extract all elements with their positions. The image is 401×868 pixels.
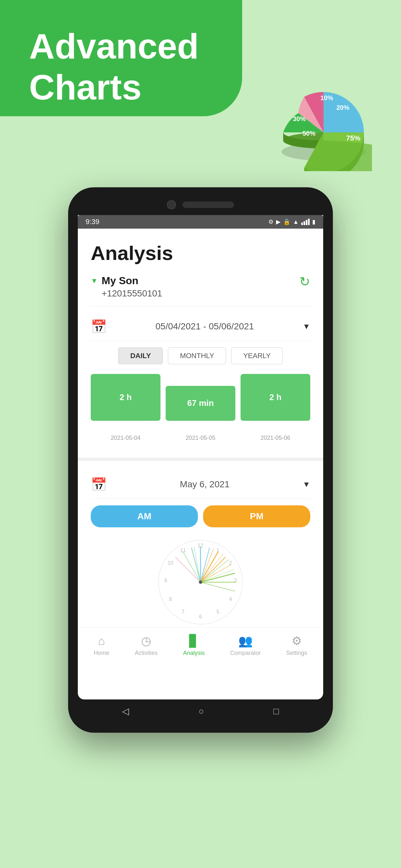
tab-monthly[interactable]: MONTHLY xyxy=(168,347,226,364)
nav-activities[interactable]: ◷ Activities xyxy=(135,634,158,656)
date-range-row[interactable]: 📅 05/04/2021 - 05/06/2021 ▼ xyxy=(91,313,310,341)
bar-wrapper-2: 2 h xyxy=(241,374,310,432)
nav-comparator-label: Comparator xyxy=(230,650,261,656)
svg-text:5: 5 xyxy=(217,609,220,615)
calendar-icon-2: 📅 xyxy=(91,477,107,492)
home-icon: ⌂ xyxy=(98,634,105,648)
tab-daily[interactable]: DAILY xyxy=(118,347,163,364)
svg-text:10: 10 xyxy=(167,560,174,566)
back-button[interactable]: ◁ xyxy=(122,706,129,717)
status-icons: ⚙ ▶ 🔒 ▲ ▮ xyxy=(268,218,315,225)
contact-info: ▼ My Son +12015550101 xyxy=(91,274,162,299)
recent-button[interactable]: □ xyxy=(274,706,279,717)
bar-value-2: 2 h xyxy=(269,392,281,402)
date-single-dropdown: ▼ xyxy=(303,480,310,489)
bar-label-0: 2021-05-04 xyxy=(111,435,141,441)
nav-comparator[interactable]: 👥 Comparator xyxy=(230,634,261,656)
bar-label-2: 2021-05-06 xyxy=(260,435,290,441)
svg-text:30%: 30% xyxy=(293,115,306,122)
svg-point-36 xyxy=(199,581,202,584)
contact-dropdown-arrow: ▼ xyxy=(91,277,98,285)
svg-text:7: 7 xyxy=(182,609,185,615)
settings-status-icon: ⚙ xyxy=(268,218,274,225)
bar-value-1: 67 min xyxy=(187,398,214,408)
signal-bar-3 xyxy=(306,220,307,225)
svg-text:50%: 50% xyxy=(303,130,315,137)
users-icon: 👥 xyxy=(238,634,253,648)
signal-bar-4 xyxy=(308,219,310,225)
am-button[interactable]: AM xyxy=(91,505,198,527)
date-range-value: 05/04/2021 - 05/06/2021 xyxy=(113,321,296,332)
phone-top-bar xyxy=(78,197,323,215)
bottom-nav: ⌂ Home ◷ Activities ▊ Analysis 👥 Compara… xyxy=(78,627,323,663)
svg-text:4: 4 xyxy=(229,596,232,602)
bar-wrapper-0: 2 h xyxy=(91,374,160,432)
bar-0: 2 h xyxy=(91,374,160,421)
pm-button[interactable]: PM xyxy=(203,505,310,527)
nav-settings-label: Settings xyxy=(286,650,307,656)
tab-yearly[interactable]: YEARLY xyxy=(231,347,282,364)
svg-line-27 xyxy=(201,582,235,591)
nav-activities-label: Activities xyxy=(135,650,158,656)
bar-item-2: 2 h 2021-05-06 xyxy=(241,374,310,441)
status-time: 9:39 xyxy=(86,218,99,226)
battery-icon: ▮ xyxy=(312,218,315,225)
bar-chart-icon: ▊ xyxy=(189,634,198,648)
svg-text:20%: 20% xyxy=(336,104,349,111)
phone-bottom-bar: ◁ ○ □ xyxy=(78,700,323,723)
signal-bar-2 xyxy=(304,221,305,225)
second-section: 📅 May 6, 2021 ▼ AM PM 12 xyxy=(78,461,323,627)
nav-home-label: Home xyxy=(94,650,109,656)
refresh-button[interactable]: ↻ xyxy=(299,274,310,289)
svg-text:9: 9 xyxy=(164,578,167,583)
play-status-icon: ▶ xyxy=(276,218,281,225)
nav-analysis[interactable]: ▊ Analysis xyxy=(183,634,205,656)
clock-visualization: 12 1 2 3 4 5 6 7 8 9 10 11 xyxy=(91,537,310,627)
screen-content: Analysis ▼ My Son +12015550101 ↻ 📅 xyxy=(78,228,323,445)
header-line1: Advanced xyxy=(29,26,199,67)
section-divider xyxy=(78,458,323,461)
bar-1: 67 min xyxy=(166,386,235,421)
svg-text:75%: 75% xyxy=(346,134,360,142)
pie-chart-decoration: 75% 20% 10% 30% 50% xyxy=(275,81,372,171)
date-single-value: May 6, 2021 xyxy=(113,479,296,490)
svg-text:8: 8 xyxy=(169,596,172,602)
clock-icon: ◷ xyxy=(141,634,151,648)
svg-text:6: 6 xyxy=(199,614,202,619)
signal-bar-1 xyxy=(301,222,303,225)
nav-settings[interactable]: ⚙ Settings xyxy=(286,634,307,656)
header-line2: Charts xyxy=(29,67,199,108)
bar-wrapper-1: 67 min xyxy=(166,374,235,432)
signal-bars xyxy=(301,219,310,225)
contact-selector-row[interactable]: ▼ My Son +12015550101 ↻ xyxy=(91,274,310,306)
phone-device: 9:39 ⚙ ▶ 🔒 ▲ ▮ xyxy=(68,187,333,733)
clock-svg: 12 1 2 3 4 5 6 7 8 9 10 11 xyxy=(149,537,252,627)
nav-analysis-label: Analysis xyxy=(183,650,205,656)
svg-line-28 xyxy=(191,548,201,582)
bar-2: 2 h xyxy=(241,374,310,421)
contact-details: My Son +12015550101 xyxy=(102,274,162,299)
nav-home[interactable]: ⌂ Home xyxy=(94,634,109,656)
contact-phone: +12015550101 xyxy=(102,288,162,299)
phone-wrapper: 9:39 ⚙ ▶ 🔒 ▲ ▮ xyxy=(68,187,333,733)
svg-text:10%: 10% xyxy=(320,94,333,101)
bar-item-1: 67 min 2021-05-05 xyxy=(166,374,235,441)
calendar-icon: 📅 xyxy=(91,319,107,334)
bar-chart: 2 h 2021-05-04 67 min 2021-05-05 xyxy=(91,374,310,445)
speaker-grill xyxy=(182,202,234,208)
period-tabs: DAILY MONTHLY YEARLY xyxy=(91,347,310,364)
app-header-title: Advanced Charts xyxy=(29,26,199,107)
bar-label-1: 2021-05-05 xyxy=(186,435,215,441)
contact-name: My Son xyxy=(102,274,162,288)
date-single-row[interactable]: 📅 May 6, 2021 ▼ xyxy=(91,470,310,499)
page-title: Analysis xyxy=(91,242,310,265)
date-range-dropdown-arrow: ▼ xyxy=(303,322,310,331)
home-button[interactable]: ○ xyxy=(198,706,204,717)
settings-icon: ⚙ xyxy=(291,634,302,648)
am-pm-toggle: AM PM xyxy=(91,505,310,527)
lock-status-icon: 🔒 xyxy=(283,218,290,225)
front-camera xyxy=(167,200,176,209)
bar-item-0: 2 h 2021-05-04 xyxy=(91,374,160,441)
bar-value-0: 2 h xyxy=(120,392,132,402)
phone-screen: 9:39 ⚙ ▶ 🔒 ▲ ▮ xyxy=(78,215,323,700)
